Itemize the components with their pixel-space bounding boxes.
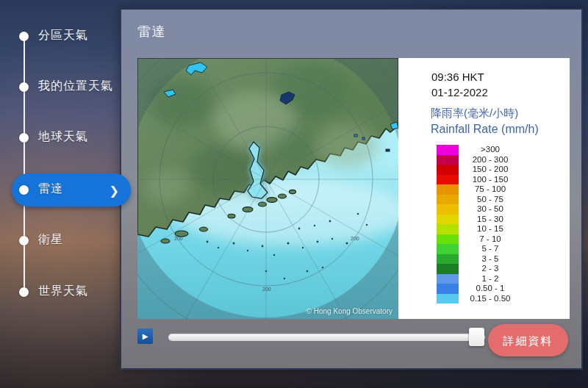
legend-row: 15 - 30 [437,215,522,225]
legend-range-label: 200 - 300 [459,155,522,165]
legend-row: 75 - 100 [437,184,522,195]
legend-row: 0.15 - 0.50 [437,294,522,304]
animation-slider-thumb[interactable] [469,328,484,346]
sidebar-nav: ❯ 分區天氣 我的位置天氣 地球天氣 雷達 衛星 世界天氣 [0,0,136,388]
legend-range-label: 2 - 3 [459,264,522,274]
sidebar-item-my-location-weather[interactable]: 我的位置天氣 [7,72,136,101]
copyright-text: © Hong Kong Observatory [306,307,392,315]
legend-swatch [437,175,459,185]
page-title: 雷達 [137,23,165,40]
rainfall-legend-panel: 09:36 HKT 01-12-2022 降雨率(毫米/小時) Rainfall… [398,58,570,319]
legend-swatch [437,254,459,265]
rainfall-rate-label-zh: 降雨率(毫米/小時) [431,107,518,121]
legend-range-label: 1 - 2 [459,274,522,284]
timeline-dot-icon [19,82,29,92]
legend-row: 100 - 150 [437,175,522,185]
timeline-dot-icon [19,32,29,41]
legend-range-label: 5 - 7 [459,244,522,254]
legend-row: >300 [437,145,522,155]
legend-row: 1 - 2 [437,274,522,284]
timestamp-date: 01-12-2022 [431,85,488,100]
legend-row: 3 - 5 [437,254,522,265]
rainfall-legend-table: >300 200 - 300 150 - 200 100 - 150 75 - … [437,145,522,303]
legend-swatch [437,215,459,225]
sidebar-item-district-weather[interactable]: 分區天氣 [7,21,136,51]
legend-range-label: >300 [459,145,522,155]
legend-row: 5 - 7 [437,244,522,254]
sidebar-item-label: 雷達 [38,182,63,197]
legend-row: 30 - 50 [437,204,522,215]
radar-map-art: 200 200 200 [137,58,398,319]
legend-swatch [437,224,459,234]
legend-range-label: 50 - 75 [459,195,522,205]
sidebar-item-satellite[interactable]: 衛星 [7,226,136,255]
sidebar-item-label: 我的位置天氣 [38,79,113,94]
rainfall-rate-label-en: Rainfall Rate (mm/h) [431,123,539,136]
sidebar-item-label: 衛星 [38,232,63,248]
play-button[interactable]: ▶ [137,328,153,344]
sidebar-item-world-weather[interactable]: 世界天氣 [7,277,136,306]
legend-swatch [437,145,459,155]
sidebar-item-label: 分區天氣 [38,28,88,43]
legend-swatch [437,274,459,284]
animation-slider-track[interactable] [168,334,485,341]
legend-range-label: 0.50 - 1 [459,284,522,294]
legend-row: 10 - 15 [437,224,522,234]
legend-range-label: 75 - 100 [459,184,522,195]
timeline-dot-icon [19,287,29,297]
legend-swatch [437,184,459,195]
legend-row: 200 - 300 [437,155,522,165]
sidebar-item-label: 地球天氣 [38,129,88,145]
legend-row: 7 - 10 [437,234,522,245]
sidebar-item-label: 世界天氣 [38,284,88,299]
legend-swatch [437,264,459,274]
sidebar-item-earth-weather[interactable]: 地球天氣 [7,123,136,152]
legend-range-label: 3 - 5 [459,254,522,265]
legend-range-label: 0.15 - 0.50 [459,294,522,304]
timeline-dot-icon [19,185,29,195]
timeline-dot-icon [19,236,29,245]
legend-range-label: 150 - 200 [459,165,522,175]
legend-swatch [437,294,459,304]
legend-row: 50 - 75 [437,195,522,205]
ring-label: 200 [351,236,359,241]
legend-swatch [437,204,459,215]
ring-label: 200 [174,236,183,241]
ring-label: 200 [262,287,271,292]
timeline-dot-icon [19,133,29,143]
legend-row: 150 - 200 [437,165,522,175]
legend-range-label: 7 - 10 [459,234,522,245]
legend-range-label: 100 - 150 [459,175,522,185]
legend-range-label: 15 - 30 [459,215,522,225]
legend-swatch [437,165,459,175]
radar-page-panel: 雷達 [120,8,583,370]
sidebar-item-radar[interactable]: 雷達 [7,175,136,204]
details-button[interactable]: 詳細資料 [488,324,568,356]
play-icon: ▶ [143,332,148,340]
legend-swatch [437,244,459,254]
legend-swatch [437,195,459,205]
legend-row: 2 - 3 [437,264,522,274]
radar-map-image: 200 200 200 [137,58,398,319]
timestamp-time: 09:36 HKT [431,69,488,85]
legend-row: 0.50 - 1 [437,284,522,294]
legend-range-label: 10 - 15 [459,224,522,234]
radar-timestamp: 09:36 HKT 01-12-2022 [431,69,488,100]
legend-swatch [437,234,459,245]
legend-swatch [437,284,459,294]
legend-range-label: 30 - 50 [459,204,522,215]
legend-swatch [437,155,459,165]
